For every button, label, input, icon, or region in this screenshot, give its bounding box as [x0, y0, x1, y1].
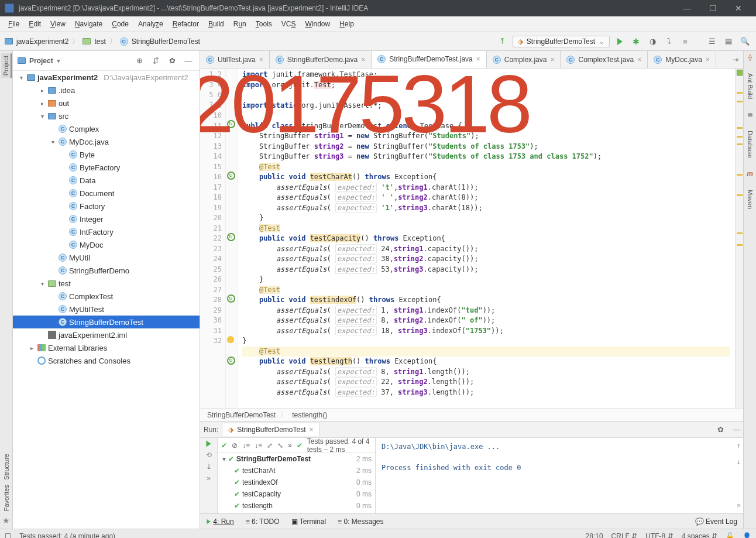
menu-edit[interactable]: Edit — [24, 18, 46, 30]
editor-breadcrumb[interactable]: StringBufferDemoTest 〉 testlength() — [200, 408, 743, 421]
tree-item-document[interactable]: CDocument — [13, 187, 200, 200]
caret-position[interactable]: 28:10 — [586, 532, 603, 539]
menu-run[interactable]: Run — [229, 18, 251, 30]
line-gutter[interactable]: 1 2 3 4 5 6 7 8 9 10 11 12 13 14 15 16 1… — [200, 68, 226, 408]
close-button[interactable]: ✕ — [726, 0, 751, 16]
sidebar-maven[interactable]: Maven — [747, 190, 754, 209]
tree-item-integer[interactable]: CInteger — [13, 213, 200, 225]
check-icon[interactable]: ✔ — [221, 441, 227, 450]
tree-item-intfactory[interactable]: CIntFactory — [13, 225, 200, 238]
menu-file[interactable]: File — [4, 18, 24, 30]
build-icon[interactable]: ⤒ — [496, 35, 509, 48]
test-node[interactable]: ✔testindexOf0 ms — [218, 477, 375, 488]
maximize-button[interactable]: ☐ — [700, 0, 726, 16]
test-node[interactable]: ▾✔StringBufferDemoTest2 ms — [218, 453, 375, 465]
tree-item-data[interactable]: CData — [13, 174, 200, 187]
toggle-icon[interactable]: ⟲ — [206, 451, 212, 459]
expand-icon[interactable]: ⤢ — [267, 441, 273, 450]
editor-tab[interactable]: CStringBufferDemoTest.java× — [372, 51, 487, 68]
test-node[interactable]: ✔testlength0 ms — [218, 500, 375, 512]
encoding[interactable]: UTF-8 ⇵ — [645, 532, 673, 539]
test-node[interactable]: ✔testCharAt2 ms — [218, 465, 375, 477]
sort-icon[interactable]: ↓≡ — [242, 441, 250, 450]
hide-icon[interactable]: — — [730, 423, 743, 436]
run-line-icon[interactable] — [227, 357, 235, 365]
project-title[interactable]: Project — [29, 57, 53, 65]
menu-tools[interactable]: Tools — [251, 18, 277, 30]
line-sep[interactable]: CRLF ⇵ — [611, 532, 638, 539]
tree-item-scratches-and-consoles[interactable]: Scratches and Consoles — [13, 354, 200, 367]
run-line-icon[interactable] — [227, 172, 235, 180]
editor-tab[interactable]: CMyDoc.java× — [648, 51, 716, 68]
gear-icon[interactable]: ✿ — [714, 423, 727, 436]
profile-button[interactable]: ⤵ — [662, 35, 675, 48]
debug-button[interactable]: ✱ — [630, 35, 642, 48]
code-content[interactable]: import junit.framework.TestCase; import … — [238, 68, 735, 408]
search-icon[interactable]: 🔍 — [738, 35, 751, 48]
run-line-icon[interactable] — [227, 120, 235, 128]
tree-item-complex[interactable]: CComplex — [13, 122, 200, 135]
indent[interactable]: 4 spaces ⇵ — [682, 532, 717, 539]
tree-item-mydoc-java[interactable]: ▾CMyDoc.java — [13, 135, 200, 148]
tree-item-src[interactable]: ▾src — [13, 109, 200, 122]
hide-icon[interactable]: — — [182, 54, 195, 67]
tree-item-myutil[interactable]: CMyUtil — [13, 251, 200, 264]
menu-analyze[interactable]: Analyze — [133, 18, 168, 30]
tree-item-out[interactable]: ▸out — [13, 97, 200, 109]
inspector-icon[interactable]: 👤 — [743, 532, 751, 539]
tree-item-test[interactable]: ▾test — [13, 277, 200, 290]
test-tree[interactable]: ▾✔StringBufferDemoTest2 ms✔testCharAt2 m… — [218, 453, 375, 513]
menu-window[interactable]: Window — [300, 18, 335, 30]
test-node[interactable]: ✔testCapacity0 ms — [218, 488, 375, 500]
tree-item--idea[interactable]: ▸.idea — [13, 84, 200, 97]
tree-item-stringbufferdemotest[interactable]: CStringBufferDemoTest — [13, 316, 200, 328]
bc-class[interactable]: StringBufferDemoTest — [207, 411, 276, 419]
collapse-icon[interactable]: ⇵ — [149, 54, 162, 67]
gutter-icons[interactable] — [226, 68, 238, 408]
status-icon[interactable]: ☐ — [5, 532, 11, 539]
code-editor[interactable]: 1 2 3 4 5 6 7 8 9 10 11 12 13 14 15 16 1… — [200, 68, 743, 408]
run-button[interactable] — [613, 35, 626, 48]
tree-item-bytefactory[interactable]: CByteFactory — [13, 161, 200, 174]
editor-tab[interactable]: CComplex.java× — [487, 51, 561, 68]
tree-item-external-libraries[interactable]: ▸External Libraries — [13, 341, 200, 354]
run-line-icon[interactable] — [227, 233, 235, 241]
maven-icon[interactable]: m — [747, 170, 753, 178]
down-icon[interactable]: ↓ — [737, 457, 741, 467]
lock-icon[interactable]: 🔓 — [726, 532, 734, 539]
sidebar-structure[interactable]: Structure — [3, 454, 10, 480]
more-icon[interactable]: » — [737, 500, 741, 510]
editor-tab[interactable]: CStringBufferDemo.java× — [270, 51, 372, 68]
structure-icon[interactable]: ☰ — [706, 35, 719, 48]
minimize-button[interactable]: — — [674, 0, 700, 16]
database-icon[interactable]: ≣ — [747, 111, 753, 119]
breadcrumb-project[interactable]: javaExperiment2 — [16, 37, 68, 46]
console-output[interactable]: D:\Java\JDK\bin\java.exe ... Process fin… — [376, 438, 743, 513]
target-icon[interactable]: ⊕ — [133, 54, 146, 67]
menu-refactor[interactable]: Refactor — [168, 18, 204, 30]
tab-todo[interactable]: ≡ 6: TODO — [246, 518, 280, 526]
up-icon[interactable]: ↑ — [737, 440, 741, 451]
menu-vcs[interactable]: VCS — [277, 18, 301, 30]
menu-help[interactable]: Help — [335, 18, 359, 30]
tree-item-stringbufferdemo[interactable]: CStringBufferDemo — [13, 264, 200, 277]
bc-method[interactable]: testlength() — [292, 411, 327, 419]
sidebar-favorites[interactable]: Favorites — [3, 485, 10, 511]
menu-view[interactable]: View — [46, 18, 70, 30]
project-tree[interactable]: ▾ javaExperiment2 D:\Java\javaExperiment… — [13, 71, 200, 529]
ant-icon[interactable]: ⟠ — [748, 53, 752, 61]
rerun-button[interactable] — [206, 441, 211, 447]
stop-button[interactable]: ■ — [679, 35, 692, 48]
tree-item-complextest[interactable]: CComplexTest — [13, 290, 200, 303]
dropdown-icon[interactable]: ▾ — [57, 57, 60, 65]
bulb-icon[interactable] — [227, 336, 234, 343]
sort2-icon[interactable]: ↓≡ — [255, 441, 262, 450]
run-line-icon[interactable] — [227, 294, 235, 303]
editor-tab[interactable]: CUtilTest.java× — [200, 51, 270, 68]
breadcrumb-folder[interactable]: test — [94, 37, 105, 46]
tree-root[interactable]: ▾ javaExperiment2 D:\Java\javaExperiment… — [13, 71, 200, 84]
menu-build[interactable]: Build — [204, 18, 229, 30]
editor-tab[interactable]: CComplexTest.java× — [561, 51, 648, 68]
block-icon[interactable]: ⊘ — [232, 441, 238, 450]
sidebar-project[interactable]: Project — [1, 53, 12, 78]
